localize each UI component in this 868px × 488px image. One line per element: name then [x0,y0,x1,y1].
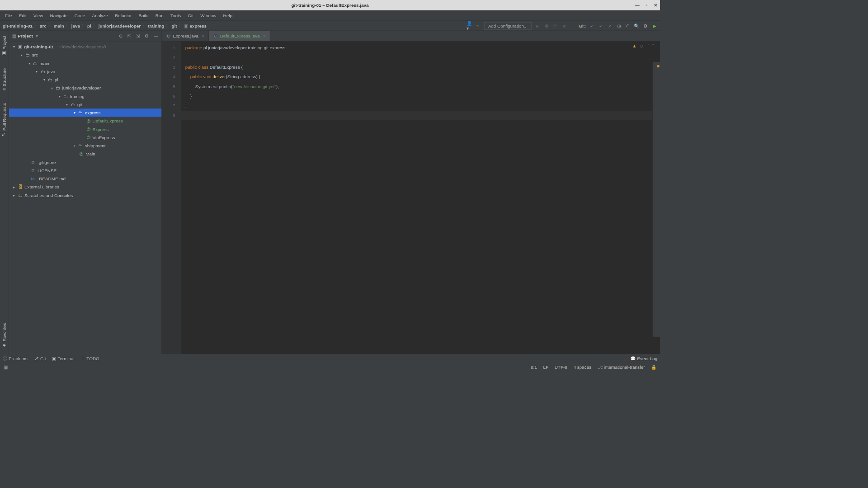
crumb-jjd[interactable]: juniorjavadeveloper [99,23,141,28]
run-icon[interactable]: ▶ [535,23,540,28]
menu-help[interactable]: Help [220,11,236,19]
run-anything-icon[interactable]: ▶ [652,23,657,28]
node-express[interactable]: express [85,110,101,115]
debug-icon[interactable]: ⬢ [544,23,549,28]
menu-code[interactable]: Code [71,11,89,19]
node-license[interactable]: LICENSE [38,168,57,173]
node-jjd[interactable]: juniorjavadeveloper [62,85,101,90]
crumb-main[interactable]: main [54,23,64,28]
menu-tools[interactable]: Tools [167,11,184,19]
main-menu: File Edit View Navigate Code Analyze Ref… [0,10,660,21]
menu-run[interactable]: Run [152,11,167,19]
project-tree[interactable]: ▾▣git-training-01 ~/dev/dev/workspaces/I… [9,41,162,354]
menu-refactor[interactable]: Refactor [111,11,135,19]
editor-inspections[interactable]: ▲3ˆˇ [632,43,654,48]
status-eol[interactable]: LF [543,365,548,370]
tab-defaultexpress[interactable]: CDefaultExpress.java× [209,31,270,41]
node-src[interactable]: src [32,52,38,57]
status-caret[interactable]: 8:1 [531,365,537,370]
java-class-icon: C [166,33,171,38]
gear-icon[interactable]: ⚙ [145,33,149,38]
status-toggle-icon[interactable]: ▣ [4,365,8,370]
menu-file[interactable]: File [1,11,15,19]
collapse-icon[interactable]: ⇲ [136,33,140,38]
node-extlib[interactable]: External Libraries [24,184,59,189]
menu-edit[interactable]: Edit [15,11,30,19]
node-shippment[interactable]: shippment [85,143,106,148]
tool-eventlog[interactable]: 💬Event Log [630,356,657,361]
node-git[interactable]: git [77,102,82,107]
crumb-pl[interactable]: pl [87,23,91,28]
hide-icon[interactable]: — [154,33,158,38]
node-java[interactable]: java [47,69,55,74]
node-vipexpress[interactable]: VipExpress [93,135,115,140]
node-main[interactable]: main [39,61,49,66]
node-scratches[interactable]: Scratches and Consoles [24,192,73,197]
crumb-git[interactable]: git [171,23,177,28]
code-area[interactable]: package pl.juniorjavadeveloper.training.… [181,41,660,354]
build-icon[interactable]: ↖ [476,23,481,28]
add-configuration-button[interactable]: Add Configuration... [484,22,531,29]
node-readme[interactable]: README.md [39,176,66,181]
menu-git[interactable]: Git [184,11,197,19]
status-bar: ▣ 8:1 LF UTF-8 4 spaces ⎇ international-… [0,363,660,371]
tree-root-path: ~/dev/dev/workspaces/I [59,44,106,49]
tab-express[interactable]: CExpress.java× [162,31,209,41]
search-icon[interactable]: 🔍 [634,23,639,28]
line-gutter[interactable]: 12345678 [162,41,181,354]
stop-icon[interactable]: ■ [561,23,567,28]
close-icon[interactable]: ✕ [654,3,657,8]
tool-project[interactable]: ▣Project [1,33,7,59]
menu-build[interactable]: Build [135,11,152,19]
node-training[interactable]: training [70,94,84,99]
locate-icon[interactable]: ⊙ [119,33,123,38]
tool-terminal[interactable]: ▣Terminal [52,356,75,361]
menu-view[interactable]: View [30,11,46,19]
warning-icon: ▲ [632,43,637,48]
git-label: Git: [579,23,585,28]
tool-todo[interactable]: ≔TODO [80,356,99,361]
tool-pullrequests[interactable]: ⎇Pull Requests [1,100,7,140]
vcs-rollback-icon[interactable]: ↶ [625,23,630,28]
vcs-commit-icon[interactable]: ✓ [598,23,604,28]
tool-favorites[interactable]: ★Favorites [1,320,7,350]
node-defaultexpress[interactable]: DefaultExpress [93,118,123,123]
status-lock-icon[interactable]: 🔒 [651,365,656,370]
crumb-java[interactable]: java [71,23,80,28]
tree-root[interactable]: git-training-01 [24,44,54,49]
menu-analyze[interactable]: Analyze [89,11,111,19]
status-indent[interactable]: 4 spaces [573,365,591,370]
maximize-icon[interactable]: ▫ [646,3,647,8]
tool-structure[interactable]: ≡Structure [1,66,7,94]
menu-window[interactable]: Window [197,11,220,19]
vcs-update-icon[interactable]: ✓ [589,23,594,28]
minimize-icon[interactable]: — [635,3,640,8]
tool-gitlog[interactable]: ⎇Git [33,356,46,361]
expand-icon[interactable]: ⇱ [127,33,131,38]
navigation-toolbar: git-training-01〉 src〉 main〉 java〉 pl〉 ju… [0,21,660,31]
error-stripe[interactable] [652,62,660,337]
breadcrumb[interactable]: git-training-01〉 src〉 main〉 java〉 pl〉 ju… [3,23,207,29]
close-tab-icon[interactable]: × [263,33,266,38]
menu-navigate[interactable]: Navigate [47,11,71,19]
user-icon[interactable]: 👤▾ [467,23,472,28]
node-mainclass[interactable]: Main [85,151,95,156]
node-express2[interactable]: Express [93,127,109,131]
crumb-training[interactable]: training [148,23,164,28]
coverage-icon[interactable]: ⟳ [553,23,558,28]
status-encoding[interactable]: UTF-8 [555,365,567,370]
crumb-express[interactable]: express [190,23,207,28]
status-branch[interactable]: ⎇ international-transfer [598,365,645,370]
tool-problems[interactable]: ⓘProblems [3,356,28,362]
vcs-push-icon[interactable]: ↗ [607,23,613,28]
code-editor[interactable]: 12345678 package pl.juniorjavadeveloper.… [162,41,660,354]
close-tab-icon[interactable]: × [202,33,205,38]
node-pl[interactable]: pl [55,77,58,82]
project-view-title[interactable]: Project [12,33,33,38]
crumb-project[interactable]: git-training-01 [3,23,33,28]
node-gitignore[interactable]: .gitignore [38,160,56,164]
vcs-history-icon[interactable]: ◷ [616,23,622,28]
crumb-src[interactable]: src [40,23,47,28]
java-class-icon: C [213,33,218,38]
settings-icon[interactable]: ⚙ [643,23,648,28]
